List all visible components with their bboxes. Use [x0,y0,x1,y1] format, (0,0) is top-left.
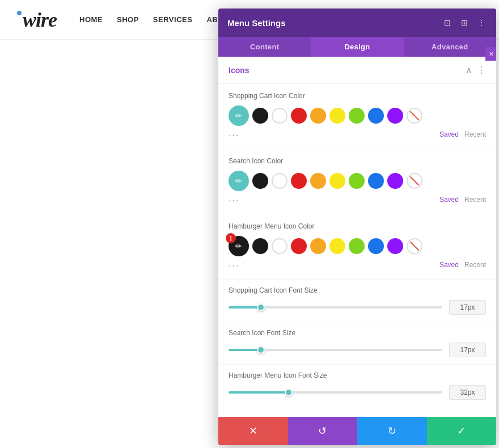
swatch-yellow-3[interactable] [329,238,345,254]
menu-settings-panel: Menu Settings ⊡ ⊞ ⋮ Content Design Advan… [218,9,496,445]
shopping-cart-font-size-label: Shopping Cart Icon Font Size [229,286,486,294]
hamburger-color-label: Hamburger Menu Icon Color [229,222,486,230]
pen-icon-3: ✏ [235,242,242,251]
recent-link-3[interactable]: Recent [464,261,486,269]
color-more-dots-3[interactable]: ··· [229,261,239,271]
panel-header: Menu Settings ⊡ ⊞ ⋮ [218,9,496,37]
collapse-icon[interactable]: ∧ [466,65,472,75]
swatch-purple-1[interactable] [387,108,403,124]
nav-services[interactable]: SERVICES [153,15,193,24]
search-slider-thumb[interactable] [257,346,265,354]
swatch-blue-1[interactable] [368,108,384,124]
swatch-black-2[interactable] [252,173,268,189]
tab-advanced[interactable]: Advanced [404,37,496,57]
hamburger-badge: 1 [226,233,236,243]
hamburger-font-size-setting: Hamburger Menu Icon Font Size 32px [218,365,496,407]
fullscreen-icon[interactable]: ⊡ [442,17,453,28]
swatch-red-2[interactable] [291,173,307,189]
cancel-button[interactable]: ✕ [218,417,288,445]
pen-icon-2: ✏ [235,176,242,185]
search-color-setting: Search Icon Color ✏ ··· Saved Rec [218,149,496,214]
shopping-cart-slider-thumb[interactable] [257,303,265,311]
swatch-lime-1[interactable] [349,108,365,124]
redo-button[interactable]: ↻ [357,417,427,445]
search-font-size-value[interactable]: 17px [449,343,486,357]
swatch-blue-3[interactable] [368,238,384,254]
swatch-orange-3[interactable] [310,238,326,254]
hamburger-color-row: 1 ✏ [229,236,486,256]
search-color-picker[interactable]: ✏ [229,171,249,191]
layout-icon[interactable]: ⊞ [459,17,470,28]
icons-section-title: Icons [229,66,250,75]
shopping-cart-slider-track[interactable] [229,306,442,308]
tab-design[interactable]: Design [311,37,403,57]
color-more-dots-1[interactable]: ··· [229,130,239,141]
search-font-size-setting: Search Icon Font Size 17px [218,322,496,365]
hamburger-slider-thumb[interactable] [285,388,293,396]
shopping-cart-color-setting: Shopping Cart Icon Color ✏ ··· Saved [218,84,496,149]
color-meta-3: Saved Recent [439,259,486,273]
shopping-cart-font-size-value[interactable]: 17px [449,300,486,315]
swatch-none-3[interactable] [407,238,422,254]
save-button[interactable]: ✓ [427,417,497,445]
swatch-none-1[interactable] [407,108,422,124]
nav-home[interactable]: HOME [79,15,103,24]
swatch-white-2[interactable] [272,173,287,189]
hamburger-slider-fill [229,391,289,394]
saved-link-2[interactable]: Saved [439,196,459,204]
shopping-cart-slider-fill [229,306,261,308]
saved-link-3[interactable]: Saved [439,261,459,269]
tab-content[interactable]: Content [218,37,311,57]
site-logo: wire [17,8,57,32]
shopping-cart-font-size-setting: Shopping Cart Icon Font Size 17px [218,280,496,322]
hamburger-font-size-label: Hamburger Menu Icon Font Size [229,371,486,379]
shopping-cart-color-label: Shopping Cart Icon Color [229,92,486,100]
color-meta-2: Saved Recent [439,193,486,208]
search-slider-track[interactable] [229,349,442,351]
hamburger-slider-row: 32px [229,385,486,400]
shopping-cart-color-picker[interactable]: ✏ [229,105,249,126]
swatch-purple-3[interactable] [387,238,403,254]
more-icon[interactable]: ⋮ [476,17,487,28]
hamburger-font-size-value[interactable]: 32px [449,385,486,400]
swatch-lime-3[interactable] [349,238,365,254]
swatch-white-3[interactable] [272,238,287,254]
search-font-size-label: Search Icon Font Size [229,329,486,337]
swatch-orange-1[interactable] [310,108,326,124]
hamburger-slider-track[interactable] [229,391,442,394]
hamburger-color-setting: Hamburger Menu Icon Color 1 ✏ [218,214,496,280]
search-color-label: Search Icon Color [229,157,486,165]
swatch-black-3[interactable] [252,238,268,254]
swatch-none-2[interactable] [407,173,422,189]
panel-tabs: Content Design Advanced ✕ [218,37,496,57]
panel-close-edge[interactable]: ✕ [485,47,496,61]
section-more-icon[interactable]: ⋮ [477,65,486,75]
swatch-black-1[interactable] [252,108,268,124]
pen-icon: ✏ [235,111,242,120]
search-slider-row: 17px [229,343,486,357]
search-color-row: ✏ [229,171,486,191]
swatch-red-1[interactable] [291,108,307,124]
site-nav: HOME SHOP SERVICES ABO... [79,15,231,24]
color-more-dots-2[interactable]: ··· [229,196,239,206]
icons-section-header: Icons ∧ ⋮ [218,57,496,84]
recent-link-2[interactable]: Recent [464,196,486,204]
swatch-red-3[interactable] [291,238,307,254]
nav-shop[interactable]: SHOP [117,15,139,24]
swatch-yellow-1[interactable] [329,108,345,124]
swatch-purple-2[interactable] [387,173,403,189]
swatch-yellow-2[interactable] [329,173,345,189]
swatch-blue-2[interactable] [368,173,384,189]
swatch-lime-2[interactable] [349,173,365,189]
panel-title: Menu Settings [227,18,286,28]
hamburger-badge-container: 1 ✏ [229,236,249,256]
logo-dot [17,11,22,15]
swatch-white-1[interactable] [272,108,287,124]
search-slider-fill [229,349,261,351]
swatch-orange-2[interactable] [310,173,326,189]
recent-link-1[interactable]: Recent [464,130,486,138]
reset-button[interactable]: ↺ [288,417,358,445]
panel-header-icons: ⊡ ⊞ ⋮ [442,17,487,28]
saved-link-1[interactable]: Saved [439,130,459,138]
panel-footer: ✕ ↺ ↻ ✓ [218,417,496,445]
